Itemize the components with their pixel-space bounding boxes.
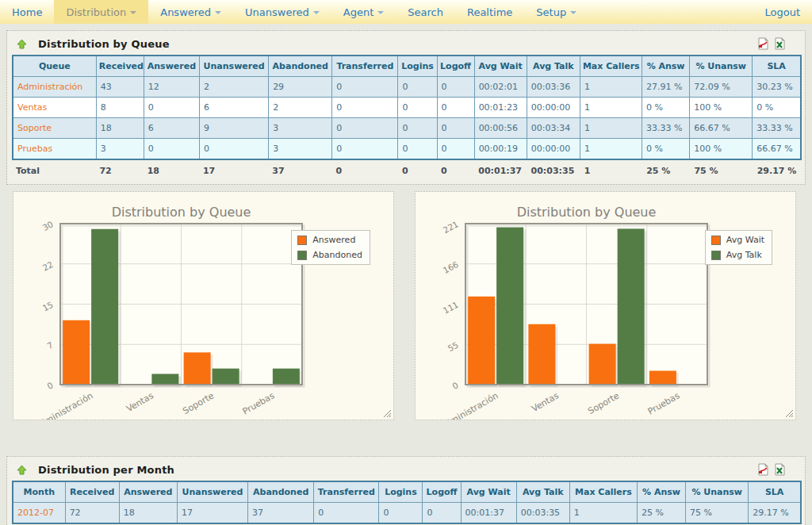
row-link[interactable]: 2012-07 <box>13 503 65 524</box>
total-cell: 75 % <box>690 160 753 182</box>
table-cell: 9 <box>199 118 268 139</box>
distribution-by-queue-total-row: Total7218173700000:01:3700:03:35125 %75 … <box>12 160 802 182</box>
nav-item-label: Search <box>408 6 443 18</box>
nav-item-agent[interactable]: Agent <box>331 0 396 24</box>
resize-grip[interactable] <box>785 409 794 418</box>
section-distribution-by-queue: Distribution by Queue QueueReceivedAnswe… <box>6 30 806 185</box>
column-header-queue: Queue <box>13 56 96 77</box>
column-header-sla: SLA <box>749 481 801 503</box>
column-header-month: Month <box>13 481 65 503</box>
y-axis-tick-label: 15 <box>40 300 54 313</box>
column-header-answ: % Answ <box>642 56 690 77</box>
y-axis-tick-label: 0 <box>450 380 460 391</box>
nav-item-search[interactable]: Search <box>396 0 455 24</box>
column-header-answered: Answered <box>119 481 177 503</box>
table-cell: 0 % <box>753 98 801 118</box>
y-axis-tick-label: 7 <box>45 339 55 351</box>
nav-item-realtime[interactable]: Realtime <box>455 0 524 24</box>
column-header-logins: Logins <box>398 56 437 77</box>
y-axis-tick-label: 0 <box>45 380 55 391</box>
chevron-down-icon <box>570 11 576 14</box>
table-cell: 100 % <box>690 139 753 160</box>
table-cell: 18 <box>119 503 177 524</box>
total-cell: 0 <box>437 160 474 182</box>
column-header-avg-talk: Avg Talk <box>527 56 580 77</box>
bar-answered-administración <box>63 320 90 385</box>
distribution-per-month-table: MonthReceivedAnsweredUnansweredAbandoned… <box>12 481 802 524</box>
section-title: Distribution per Month <box>38 464 174 476</box>
table-cell: 30.23 % <box>753 77 801 98</box>
column-header-answ: % Answ <box>638 481 686 503</box>
nav-item-setup[interactable]: Setup <box>524 0 588 24</box>
y-axis-tick-label: 111 <box>442 300 460 316</box>
table-row: Soporte1869300000:00:5600:03:34133.33 %6… <box>13 118 801 139</box>
legend-swatch <box>711 251 721 260</box>
bar-avg-talk-soporte <box>618 228 645 385</box>
table-cell: 0 % <box>642 139 690 160</box>
table-cell: 0 <box>199 139 268 160</box>
nav-item-label: Setup <box>536 6 566 18</box>
table-cell: 00:00:00 <box>527 139 580 160</box>
table-cell: 0 % <box>642 98 690 118</box>
table-cell: 1 <box>569 503 637 524</box>
total-cell: Total <box>12 160 95 182</box>
total-cell: 29.17 % <box>753 160 802 182</box>
nav-item-answered[interactable]: Answered <box>148 0 233 24</box>
nav-item-home[interactable]: Home <box>0 0 54 24</box>
nav-item-distribution[interactable]: Distribution <box>54 0 148 24</box>
column-header-abandoned: Abandoned <box>269 56 332 77</box>
nav-item-label: Answered <box>160 6 211 18</box>
pdf-export-icon[interactable] <box>757 37 769 50</box>
chart-legend: Avg WaitAvg Talk <box>705 230 772 265</box>
pdf-export-icon[interactable] <box>757 463 769 476</box>
x-axis-tick-label: Soporte <box>181 390 216 416</box>
nav-item-label: Agent <box>343 6 373 18</box>
table-cell: 00:02:01 <box>474 77 527 98</box>
table-cell: 3 <box>96 139 144 160</box>
nav-item-unanswered[interactable]: Unanswered <box>233 0 331 24</box>
export-buttons <box>757 37 797 50</box>
bar-chart-svg: Distribution by Queue055111166221Adminis… <box>416 192 795 420</box>
row-link[interactable]: Ventas <box>13 98 96 118</box>
chart-legend: AnsweredAbandoned <box>291 230 370 265</box>
legend-swatch <box>297 236 307 245</box>
excel-export-icon[interactable] <box>774 463 786 476</box>
column-header-received: Received <box>96 56 144 77</box>
nav-item-label: Unanswered <box>245 6 309 18</box>
column-header-abandoned: Abandoned <box>248 481 314 503</box>
row-link[interactable]: Pruebas <box>13 139 96 160</box>
total-cell: 25 % <box>642 160 690 182</box>
excel-export-icon[interactable] <box>774 37 786 50</box>
total-cell: 37 <box>268 160 331 182</box>
nav-item-logout[interactable]: Logout <box>753 0 812 24</box>
column-header-unansw: % Unansw <box>686 481 749 503</box>
bar-avg-wait-pruebas <box>649 371 676 385</box>
legend-label: Avg Talk <box>726 250 762 260</box>
legend-entry-avg-talk: Avg Talk <box>711 250 764 260</box>
table-cell: 00:03:34 <box>527 118 580 139</box>
table-cell: 6 <box>199 98 268 118</box>
chart-title: Distribution by Queue <box>112 205 251 220</box>
legend-label: Answered <box>312 235 355 245</box>
bar-avg-talk-administración <box>496 228 523 385</box>
row-link[interactable]: Soporte <box>13 118 96 139</box>
column-header-unanswered: Unanswered <box>177 481 247 503</box>
table-row: 2012-077218173700000:01:3700:03:35125 %7… <box>13 503 801 524</box>
total-cell: 00:03:35 <box>527 160 580 182</box>
table-cell: 00:03:36 <box>527 77 580 98</box>
table-cell: 66.67 % <box>690 118 753 139</box>
table-cell: 1 <box>580 98 642 118</box>
section-distribution-per-month: Distribution per Month MonthReceivedAnsw… <box>6 456 806 525</box>
table-cell: 0 <box>437 77 474 98</box>
resize-grip[interactable] <box>383 409 392 418</box>
collapse-up-arrow-icon[interactable] <box>17 465 27 475</box>
table-cell: 0 <box>332 77 398 98</box>
bar-chart-svg: Distribution by Queue07152230Administrac… <box>13 192 393 420</box>
table-cell: 6 <box>144 118 199 139</box>
table-cell: 00:00:19 <box>474 139 527 160</box>
collapse-up-arrow-icon[interactable] <box>17 39 27 49</box>
chart-panel-answered-abandoned: Distribution by Queue07152230Administrac… <box>13 191 394 420</box>
row-link[interactable]: Administración <box>13 77 96 98</box>
table-cell: 29.17 % <box>749 503 801 524</box>
column-header-logoff: Logoff <box>423 481 461 503</box>
